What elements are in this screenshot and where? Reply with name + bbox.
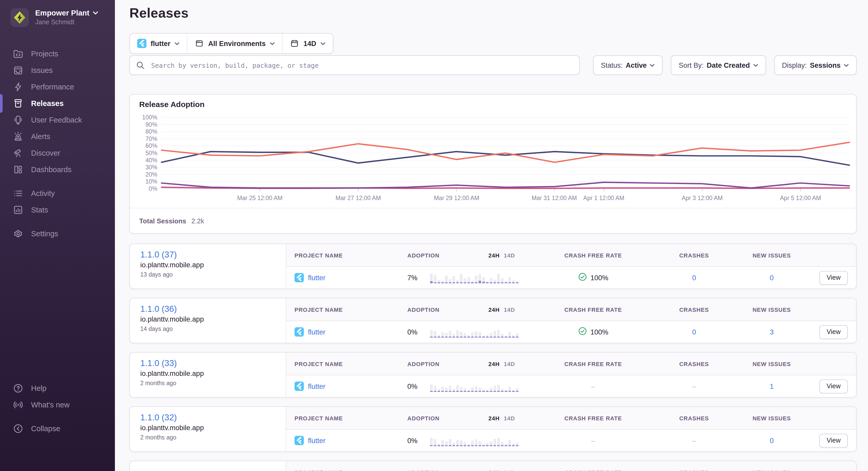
range-14d-toggle[interactable]: 14D <box>504 361 515 367</box>
col-crashes: CRASHES <box>653 415 736 421</box>
range-14d-toggle[interactable]: 14D <box>504 252 515 258</box>
range-24h-toggle[interactable]: 24H <box>488 361 499 367</box>
range-24h-toggle[interactable]: 24H <box>488 415 499 421</box>
sidebar-item-help[interactable]: Help <box>0 380 115 397</box>
crashes-link[interactable]: 0 <box>692 274 696 281</box>
col-new-issues: NEW ISSUES <box>736 469 808 471</box>
projects-icon <box>12 48 24 60</box>
display-label: Display: <box>782 61 807 69</box>
release-version-link[interactable]: 1.1.0 (36) <box>140 303 177 314</box>
release-summary: 1.1.0 (36) io.planttv.mobile.app 14 days… <box>130 298 286 343</box>
release-package: io.planttv.mobile.app <box>140 315 275 323</box>
release-summary: 1.1.0 (33) io.planttv.mobile.app 2 month… <box>130 352 286 397</box>
table-header-row: PROJECT NAME ADOPTION 24H 14D CRASH FREE… <box>286 461 856 471</box>
status-dropdown[interactable]: Status: Active <box>593 55 663 75</box>
svg-text:Mar 31 12:00 AM: Mar 31 12:00 AM <box>532 195 577 201</box>
sidebar-item-projects[interactable]: Projects <box>0 45 115 62</box>
sidebar-item-whats-new[interactable]: What's new <box>0 397 115 413</box>
sidebar-item-performance[interactable]: Performance <box>0 78 115 95</box>
release-version-link[interactable]: 1.1.0 (33) <box>140 358 177 368</box>
new-issues-link[interactable]: 0 <box>770 437 774 444</box>
page-title: Releases <box>129 5 189 21</box>
crash-free-check-icon <box>578 327 587 337</box>
release-card: 1.1.0 (32) io.planttv.mobile.app 2 month… <box>129 406 857 452</box>
sidebar-item-label: What's new <box>31 401 70 409</box>
svg-text:80%: 80% <box>146 128 157 135</box>
svg-text:100%: 100% <box>142 114 157 121</box>
project-link[interactable]: flutter <box>308 328 326 336</box>
release-version-link[interactable]: 1.1.0 (32) <box>140 412 177 423</box>
sidebar-item-issues[interactable]: Issues <box>0 62 115 78</box>
view-button[interactable]: View <box>819 271 848 284</box>
crashes-link[interactable]: 0 <box>692 328 696 336</box>
chart-footer: Total Sessions 2.2k <box>130 208 856 233</box>
sidebar-item-label: Projects <box>31 49 58 58</box>
svg-text:10%: 10% <box>146 178 157 185</box>
sidebar-item-dashboards[interactable]: Dashboards <box>0 161 115 178</box>
release-projects-table: PROJECT NAME ADOPTION 24H 14D CRASH FREE… <box>286 298 856 343</box>
help-icon <box>12 382 24 394</box>
active-indicator <box>0 94 3 113</box>
project-filter[interactable]: flutter <box>130 34 188 53</box>
range-14d-toggle[interactable]: 14D <box>504 469 515 471</box>
col-crash-free-rate: CRASH FREE RATE <box>534 306 653 312</box>
release-created: 2 months ago <box>140 380 275 386</box>
display-dropdown[interactable]: Display: Sessions <box>774 55 857 75</box>
sidebar-item-stats[interactable]: Stats <box>0 202 115 218</box>
range-24h-toggle[interactable]: 24H <box>488 469 499 471</box>
sidebar-item-label: Collapse <box>31 425 60 433</box>
sidebar-item-label: Performance <box>31 83 74 91</box>
sidebar-item-activity[interactable]: Activity <box>0 185 115 202</box>
sidebar-item-settings[interactable]: Settings <box>0 226 115 242</box>
adoption-value: 0% <box>399 382 430 390</box>
environment-filter[interactable]: All Environments <box>188 34 283 53</box>
release-created: 2 months ago <box>140 434 275 440</box>
sidebar-item-user-feedback[interactable]: User Feedback <box>0 112 115 128</box>
new-issues-link[interactable]: 0 <box>770 274 774 281</box>
date-range-filter[interactable]: 14D <box>283 34 333 53</box>
svg-text:Apr 1 12:00 AM: Apr 1 12:00 AM <box>583 195 624 201</box>
sidebar-item-discover[interactable]: Discover <box>0 145 115 161</box>
crashes-link[interactable]: – <box>692 382 696 390</box>
crash-free-value: – <box>591 437 595 444</box>
sidebar-item-alerts[interactable]: Alerts <box>0 128 115 145</box>
table-row: flutter 7% 100% 0 0 View <box>286 267 856 289</box>
col-crashes: CRASHES <box>653 469 736 471</box>
range-14d-toggle[interactable]: 14D <box>504 306 515 312</box>
view-button[interactable]: View <box>819 379 848 393</box>
sidebar-collapse-button[interactable]: Collapse <box>0 420 115 437</box>
crashes-link[interactable]: – <box>692 437 696 444</box>
col-project-name: PROJECT NAME <box>286 469 399 471</box>
view-button[interactable]: View <box>819 325 848 339</box>
adoption-value: 7% <box>399 274 430 281</box>
view-button[interactable]: View <box>819 434 848 447</box>
sidebar-item-releases[interactable]: Releases <box>0 95 115 112</box>
release-package: io.planttv.mobile.app <box>140 370 275 377</box>
sidebar-item-label: User Feedback <box>31 116 82 124</box>
release-card: 1.1.0 (36) io.planttv.mobile.app 14 days… <box>129 298 857 343</box>
sidebar: Empower Plant Jane Schmidt Projects Issu… <box>0 0 115 471</box>
range-24h-toggle[interactable]: 24H <box>488 306 499 312</box>
range-14d-toggle[interactable]: 14D <box>504 415 515 421</box>
sort-dropdown[interactable]: Sort By: Date Created <box>671 55 766 75</box>
svg-text:50%: 50% <box>146 150 157 157</box>
chevron-down-icon <box>320 42 326 45</box>
new-issues-link[interactable]: 3 <box>770 328 774 336</box>
crash-free-value: 100% <box>590 274 608 281</box>
release-projects-table: PROJECT NAME ADOPTION 24H 14D CRASH FREE… <box>286 244 856 289</box>
release-version-link[interactable]: 1.1.0 (37) <box>140 249 177 260</box>
project-link[interactable]: flutter <box>308 382 326 390</box>
project-link[interactable]: flutter <box>308 274 326 281</box>
col-project-name: PROJECT NAME <box>286 252 399 258</box>
sidebar-item-label: Issues <box>31 66 53 74</box>
col-project-name: PROJECT NAME <box>286 415 399 421</box>
broadcast-icon <box>12 399 24 410</box>
search-input[interactable] <box>150 61 573 70</box>
org-switcher[interactable]: Empower Plant Jane Schmidt <box>0 8 115 33</box>
new-issues-link[interactable]: 1 <box>770 382 774 390</box>
project-link[interactable]: flutter <box>308 437 326 444</box>
range-24h-toggle[interactable]: 24H <box>488 252 499 258</box>
release-summary: 1.1.0 (37) io.planttv.mobile.app 13 days… <box>130 244 286 289</box>
calendar-icon <box>290 39 300 48</box>
user-feedback-icon <box>12 114 24 126</box>
